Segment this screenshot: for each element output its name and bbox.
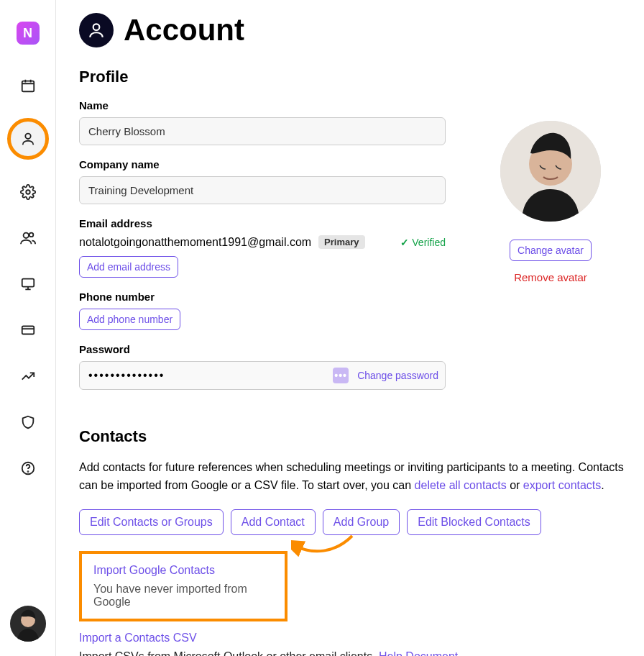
edit-blocked-button[interactable]: Edit Blocked Contacts [407,509,541,535]
contacts-desc-or: or [510,479,523,491]
delete-all-contacts-link[interactable]: delete all contacts [415,479,507,491]
email-row: notalotgoingonatthemoment1991@gmail.com … [79,235,446,249]
help-icon[interactable] [14,455,42,482]
profile-section: Profile Name Company name Email address … [79,68,632,390]
remove-avatar-link[interactable]: Remove avatar [514,271,587,283]
svg-point-11 [93,24,100,30]
import-google-sub: You have never imported from Google [93,583,273,609]
gear-icon[interactable] [14,178,42,206]
import-google-block: Import Google Contacts You have never im… [79,551,288,621]
email-value: notalotgoingonatthemoment1991@gmail.com [79,236,311,249]
team-icon[interactable] [14,224,42,252]
import-csv-text: Import CSVs from Microsoft Outlook or ot… [79,650,379,656]
primary-badge: Primary [318,235,364,249]
svg-rect-0 [22,81,34,92]
change-password-link[interactable]: Change password [357,370,438,381]
main-content: Account Profile Name Company name Email … [79,13,632,656]
svg-point-1 [25,134,30,139]
help-document-link[interactable]: Help Document [379,650,458,656]
page-header: Account [79,13,632,47]
import-csv-sub: Import CSVs from Microsoft Outlook or ot… [79,650,632,656]
import-csv-link[interactable]: Import a Contacts CSV [79,632,632,644]
svg-rect-6 [22,327,34,334]
profile-heading: Profile [79,68,632,86]
import-google-link[interactable]: Import Google Contacts [93,564,273,577]
export-contacts-link[interactable]: export contacts [523,479,602,491]
svg-point-2 [26,190,30,194]
contacts-section: Contacts Add contacts for future referen… [79,427,632,656]
verified-badge: Verified [400,237,446,248]
contacts-buttons: Edit Contacts or Groups Add Contact Add … [79,509,632,535]
company-label: Company name [79,158,446,170]
add-contact-button[interactable]: Add Contact [231,509,316,535]
avatar [500,121,601,222]
svg-point-4 [29,233,33,237]
page-title: Account [124,13,244,47]
svg-rect-5 [22,279,34,287]
account-icon[interactable] [7,118,49,160]
contacts-heading: Contacts [79,427,632,446]
contacts-desc-period: . [601,479,604,491]
phone-label: Phone number [79,291,446,303]
sidebar: N [0,0,56,656]
company-input[interactable] [79,176,446,204]
svg-point-8 [27,471,28,472]
user-avatar-small[interactable] [10,606,46,642]
password-label: Password [79,343,446,355]
card-icon[interactable] [14,316,42,344]
email-label: Email address [79,217,446,229]
name-label: Name [79,99,446,111]
add-phone-button[interactable]: Add phone number [79,309,180,330]
edit-contacts-button[interactable]: Edit Contacts or Groups [79,509,224,535]
trend-icon[interactable] [14,363,42,390]
password-reveal-icon[interactable]: ••• [333,368,349,383]
svg-point-3 [23,233,28,238]
contacts-description: Add contacts for future references when … [79,459,632,495]
shield-icon[interactable] [14,409,42,436]
app-logo[interactable]: N [17,22,40,45]
name-input[interactable] [79,117,446,145]
add-group-button[interactable]: Add Group [323,509,400,535]
change-avatar-button[interactable]: Change avatar [510,240,592,261]
add-email-button[interactable]: Add email address [79,256,178,278]
monitor-icon[interactable] [14,270,42,298]
calendar-icon[interactable] [14,72,42,99]
import-csv-block: Import a Contacts CSV Import CSVs from M… [79,632,632,656]
page-icon [79,13,114,47]
